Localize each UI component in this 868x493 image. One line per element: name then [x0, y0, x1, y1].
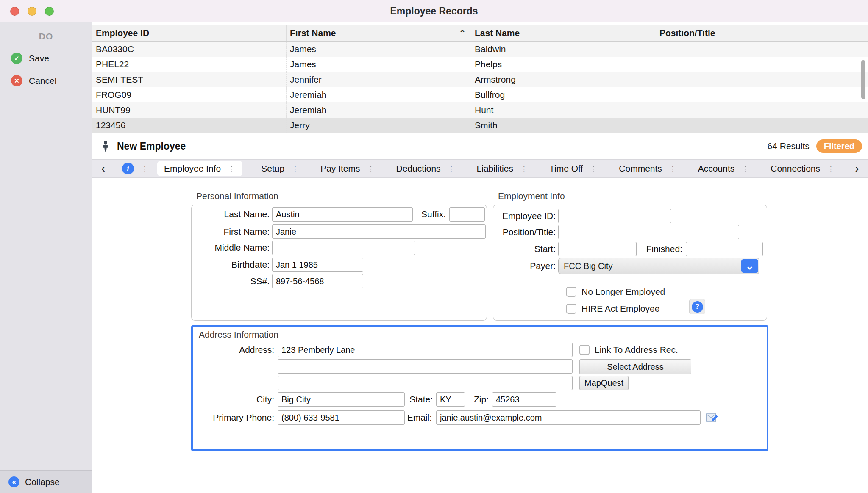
zip-input[interactable] [492, 392, 556, 407]
select-address-button[interactable]: Select Address [579, 359, 691, 374]
new-employee-icon [99, 140, 112, 152]
tab-time-off[interactable]: Time Off⋮ [547, 161, 600, 176]
first-name-input[interactable] [272, 224, 486, 239]
save-button[interactable]: ✓ Save [11, 53, 92, 64]
close-button[interactable] [10, 7, 19, 16]
address-info-title: Address Information [199, 330, 278, 340]
payer-chevron-icon[interactable]: ⌄ [741, 259, 758, 273]
address-line3-input[interactable] [278, 376, 573, 390]
tab-menu-dots-icon[interactable]: ⋮ [520, 164, 528, 174]
table-row[interactable]: 123456JerrySmith [92, 118, 868, 133]
tab-deductions[interactable]: Deductions⋮ [394, 161, 458, 176]
table-cell [656, 57, 855, 72]
minimize-button[interactable] [28, 7, 36, 16]
table-cell [656, 118, 855, 133]
finished-input[interactable] [686, 242, 763, 256]
table-cell: Armstrong [471, 72, 656, 87]
table-cell: Jeremiah [287, 87, 471, 102]
tab-label: Liabilities [477, 163, 513, 174]
tab-menu-dots-icon[interactable]: ⋮ [669, 164, 677, 174]
tab-connections[interactable]: Connections⋮ [768, 161, 837, 176]
sidebar: DO ✓ Save ✕ Cancel « Collapse [0, 22, 92, 493]
table-cell: Jennifer [287, 72, 471, 87]
position-title-input[interactable] [558, 225, 739, 239]
col-header-last-name[interactable]: Last Name [471, 25, 656, 41]
address-line2-input[interactable] [278, 359, 573, 374]
last-name-label: Last Name: [192, 209, 270, 219]
col-header-label: Last Name [475, 28, 520, 38]
col-header-label: Position/Title [659, 28, 715, 38]
tabs-back-button[interactable]: ‹ [92, 160, 114, 177]
table-row[interactable]: FROG09JeremiahBullfrog [92, 87, 868, 102]
tab-pay-items[interactable]: Pay Items⋮ [318, 161, 377, 176]
mapquest-label: MapQuest [584, 378, 623, 388]
tab-comments[interactable]: Comments⋮ [616, 161, 679, 176]
record-info-tab[interactable]: i ⋮ [114, 160, 154, 177]
hire-act-info-button[interactable]: ? [689, 299, 705, 314]
tab-menu-dots-icon[interactable]: ⋮ [141, 164, 149, 174]
no-longer-employed-checkbox[interactable] [566, 287, 576, 297]
col-header-position[interactable]: Position/Title [656, 25, 855, 41]
tab-liabilities[interactable]: Liabilities⋮ [474, 161, 531, 176]
table-cell [656, 42, 855, 57]
tab-employee-info[interactable]: Employee Info⋮ [157, 161, 242, 176]
table-cell: FROG09 [92, 87, 287, 102]
tab-menu-dots-icon[interactable]: ⋮ [228, 164, 236, 174]
hire-act-label: HIRE Act Employee [581, 304, 659, 314]
suffix-input[interactable] [449, 207, 485, 222]
zip-label: Zip: [465, 394, 489, 404]
forward-chevron-icon: › [855, 162, 859, 175]
table-row[interactable]: SEMI-TESTJenniferArmstrong [92, 72, 868, 87]
payer-select[interactable]: FCC Big City ⌄ [558, 258, 760, 274]
address-line1-input[interactable] [278, 343, 573, 357]
position-title-label: Position/Title: [493, 227, 556, 237]
save-label: Save [29, 53, 49, 64]
no-longer-employed-label: No Longer Employed [581, 287, 665, 297]
last-name-input[interactable] [272, 207, 413, 222]
tab-menu-dots-icon[interactable]: ⋮ [741, 164, 749, 174]
table-cell [656, 102, 855, 118]
middle-name-input[interactable] [272, 241, 415, 255]
employee-id-input[interactable] [558, 209, 671, 223]
link-address-checkbox[interactable] [579, 345, 590, 355]
tab-menu-dots-icon[interactable]: ⋮ [448, 164, 456, 174]
window-titlebar: Employee Records [0, 0, 868, 22]
address-info-box: Address Information Address: City: State… [191, 325, 768, 451]
zoom-button[interactable] [45, 7, 54, 16]
cancel-button[interactable]: ✕ Cancel [11, 75, 92, 86]
primary-phone-label: Primary Phone: [193, 413, 274, 423]
tab-menu-dots-icon[interactable]: ⋮ [367, 164, 375, 174]
state-input[interactable] [436, 392, 465, 407]
col-header-employee-id[interactable]: Employee ID [92, 25, 287, 41]
email-input[interactable] [436, 410, 701, 425]
collapse-button[interactable]: « Collapse [0, 470, 92, 493]
table-row[interactable]: BA0330CJamesBaldwin [92, 42, 868, 57]
cancel-x-icon: ✕ [11, 75, 22, 86]
table-row[interactable]: HUNT99JeremiahHunt [92, 102, 868, 118]
tabs-forward-button[interactable]: › [846, 160, 868, 177]
start-input[interactable] [558, 242, 637, 256]
birthdate-label: Birthdate: [192, 260, 270, 270]
tab-menu-dots-icon[interactable]: ⋮ [291, 164, 299, 174]
mapquest-button[interactable]: MapQuest [579, 376, 629, 390]
tab-accounts[interactable]: Accounts⋮ [696, 161, 752, 176]
table-scrollbar-thumb[interactable] [861, 60, 865, 99]
tab-menu-dots-icon[interactable]: ⋮ [827, 164, 835, 174]
table-row[interactable]: PHEL22JamesPhelps [92, 57, 868, 72]
personal-info-title: Personal Information [196, 191, 278, 201]
tab-menu-dots-icon[interactable]: ⋮ [590, 164, 598, 174]
primary-phone-input[interactable] [278, 410, 405, 425]
col-header-first-name[interactable]: First Name ⌃ [287, 25, 471, 41]
payer-value: FCC Big City [559, 261, 613, 271]
email-action-icon[interactable] [706, 412, 718, 424]
tab-label: Accounts [698, 163, 734, 174]
ssn-input[interactable] [272, 274, 363, 288]
birthdate-input[interactable] [272, 258, 363, 272]
middle-name-label: Middle Name: [192, 243, 270, 253]
city-input[interactable] [278, 392, 405, 407]
table-cell: PHEL22 [92, 57, 287, 72]
hire-act-checkbox[interactable] [566, 304, 576, 314]
tab-setup[interactable]: Setup⋮ [259, 161, 302, 176]
filtered-badge[interactable]: Filtered [816, 139, 862, 153]
record-title: New Employee [117, 141, 186, 152]
